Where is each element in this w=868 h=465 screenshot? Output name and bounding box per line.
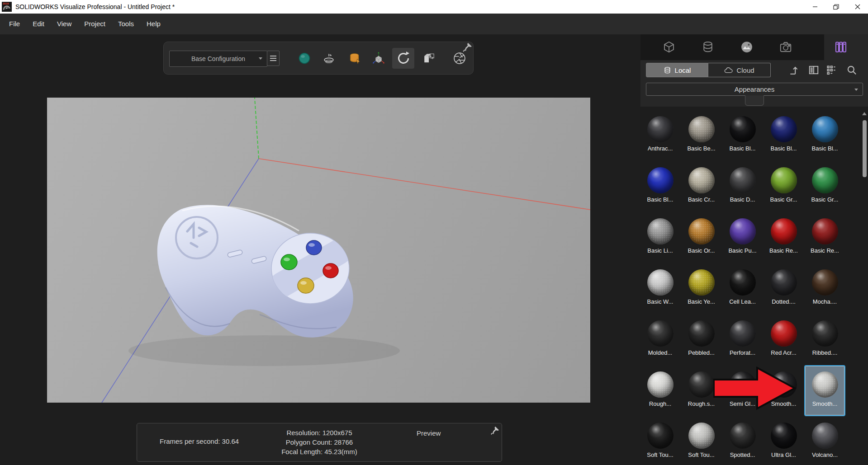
material-swatch[interactable]: Basic Re... (763, 212, 804, 263)
thumbnail-size-icon[interactable] (825, 64, 838, 77)
menu-item-project[interactable]: Project (78, 14, 112, 34)
palette-tabstrip (640, 34, 868, 60)
menu-item-edit[interactable]: Edit (26, 14, 51, 34)
material-swatch[interactable]: Red Acr... (763, 314, 804, 365)
search-icon[interactable] (845, 64, 858, 77)
local-toggle[interactable]: Local (646, 63, 708, 77)
library-category-dropdown[interactable]: Appearances (646, 83, 863, 96)
materials-grid: Anthrac...Basic Be...Basic Bl...Basic Bl… (640, 110, 845, 465)
material-swatch[interactable]: Cell Lea... (722, 263, 763, 314)
material-ball (688, 269, 715, 296)
pin-icon[interactable] (460, 41, 471, 53)
material-label: Perforat... (730, 349, 755, 356)
tab-environments[interactable] (740, 40, 754, 55)
chevron-down-icon (259, 57, 262, 60)
material-swatch[interactable]: Rough... (640, 365, 681, 416)
material-ball (812, 423, 838, 449)
material-swatch[interactable]: Basic Gr... (804, 161, 845, 212)
menu-item-file[interactable]: File (3, 14, 26, 34)
tab-libraries[interactable] (834, 40, 848, 55)
menu-item-help[interactable]: Help (140, 14, 167, 34)
material-label: Soft Tou... (647, 451, 673, 458)
render-stats: Resolution: 1200x675 Polygon Count: 2876… (137, 428, 502, 456)
material-swatch[interactable]: Volcano... (804, 416, 845, 465)
menu-item-tools[interactable]: Tools (112, 14, 140, 34)
close-button[interactable] (847, 0, 868, 14)
material-label: Basic Or... (688, 247, 715, 254)
app-logo-icon: 2018 (2, 2, 12, 12)
material-swatch[interactable]: Spotted... (722, 416, 763, 465)
material-swatch[interactable]: Soft Tou... (681, 416, 722, 465)
material-ball (688, 371, 715, 398)
material-swatch[interactable]: Basic Bl... (763, 110, 804, 161)
material-swatch[interactable]: Anthrac... (640, 110, 681, 161)
configuration-menu-button[interactable] (267, 51, 280, 66)
material-swatch[interactable]: Basic Li... (640, 212, 681, 263)
material-swatch[interactable]: Basic Bl... (640, 161, 681, 212)
material-swatch[interactable]: Ribbed.... (804, 314, 845, 365)
scrollbar-thumb[interactable] (863, 120, 867, 177)
material-swatch[interactable]: Smooth... (804, 365, 845, 416)
material-label: Molded... (648, 349, 672, 356)
import-appearance-icon[interactable] (788, 64, 801, 77)
axis-x-red (259, 159, 590, 210)
material-swatch[interactable]: Basic Gr... (763, 161, 804, 212)
material-label: Ultra Gl... (771, 451, 796, 458)
restore-button[interactable] (825, 0, 847, 14)
import-model-icon[interactable] (420, 48, 438, 69)
material-ball (688, 320, 715, 347)
pin-icon[interactable] (487, 425, 498, 436)
tab-models[interactable] (662, 40, 676, 55)
material-swatch[interactable]: Basic Ye... (681, 263, 722, 314)
paint-bucket-icon[interactable] (346, 48, 364, 69)
material-swatch[interactable]: Molded... (640, 314, 681, 365)
material-swatch[interactable]: Basic D... (722, 161, 763, 212)
material-swatch[interactable]: Basic Be... (681, 110, 722, 161)
cloud-toggle[interactable]: Cloud (708, 63, 771, 77)
material-swatch[interactable]: Mocha.... (804, 263, 845, 314)
material-swatch[interactable]: Basic Re... (804, 212, 845, 263)
material-label: Basic Pu... (728, 247, 756, 254)
material-ball (688, 218, 715, 244)
material-swatch[interactable]: Perforat... (722, 314, 763, 365)
material-swatch[interactable]: Basic W... (640, 263, 681, 314)
material-swatch[interactable]: Soft Tou... (640, 416, 681, 465)
material-swatch[interactable]: Dotted.... (763, 263, 804, 314)
refresh-render-icon[interactable] (392, 48, 414, 69)
material-swatch[interactable]: Basic Bl... (722, 110, 763, 161)
split-view-icon[interactable] (807, 64, 820, 77)
configuration-select[interactable]: Base Configuration (169, 51, 267, 67)
material-swatch[interactable]: Rough.s... (681, 365, 722, 416)
material-label: Volcano... (812, 451, 838, 458)
axes-cube-icon[interactable] (370, 48, 388, 69)
viewport-3d[interactable] (47, 98, 590, 403)
polygon-count-value: Polygon Count: 28766 (137, 437, 502, 447)
material-ball (771, 269, 797, 296)
material-swatch[interactable]: Ultra Gl... (763, 416, 804, 465)
material-label: Basic Bl... (812, 145, 838, 152)
material-ball (730, 218, 756, 244)
material-swatch[interactable]: Pebbled... (681, 314, 722, 365)
minimize-button[interactable] (804, 0, 825, 14)
material-ball (812, 218, 838, 244)
material-ball (771, 116, 797, 142)
turntable-icon[interactable] (320, 48, 338, 69)
material-ball (647, 320, 674, 347)
material-swatch[interactable]: Basic Pu... (722, 212, 763, 263)
material-ball (647, 371, 674, 398)
material-label: Smooth... (771, 400, 797, 407)
material-swatch[interactable]: Basic Bl... (804, 110, 845, 161)
material-swatch[interactable]: Basic Cr... (681, 161, 722, 212)
collapse-handle[interactable] (745, 95, 764, 106)
material-swatch[interactable]: Basic Or... (681, 212, 722, 263)
menu-item-view[interactable]: View (51, 14, 78, 34)
material-swatch[interactable]: Semi Gl... (722, 365, 763, 416)
tab-cameras[interactable] (778, 40, 793, 55)
material-swatch[interactable]: Smooth... (763, 365, 804, 416)
scroll-up-arrow-icon[interactable] (862, 112, 867, 115)
material-ball (771, 218, 797, 244)
material-label: Spotted... (730, 451, 755, 458)
appearance-ball-icon[interactable] (295, 48, 313, 69)
material-label: Basic Gr... (811, 196, 839, 203)
tab-appearances[interactable] (701, 40, 715, 55)
